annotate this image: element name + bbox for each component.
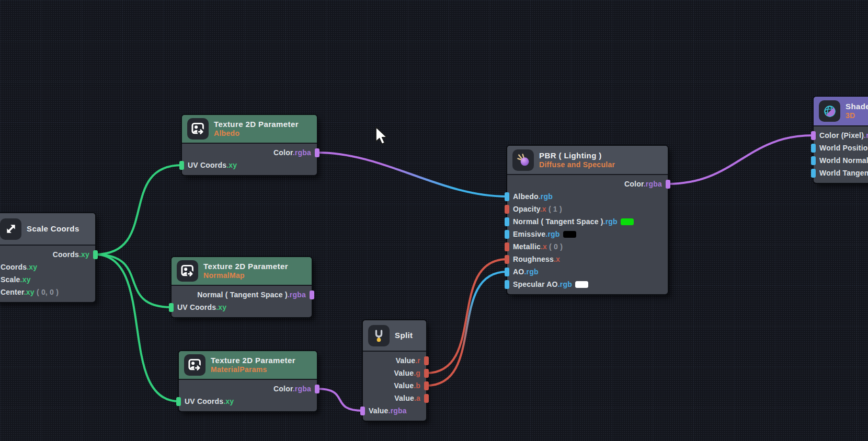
port-row-value: Value.rgba — [363, 404, 426, 417]
wire-pbr-to-shader-3d[interactable] — [668, 135, 814, 184]
node-header-tex-albedo[interactable]: Texture 2D Parameter Albedo — [182, 115, 317, 144]
port-pbr-in-4[interactable] — [505, 230, 509, 239]
wire-split-to-pbr[interactable] — [426, 259, 507, 373]
node-tex-materialparams[interactable]: Texture 2D Parameter MaterialParams Colo… — [179, 351, 317, 411]
port-row-uv-coords: UV Coords.xy — [172, 301, 312, 314]
port-pbr-in-6[interactable] — [505, 255, 509, 264]
node-subtitle: 3D — [846, 111, 868, 120]
port-split-in-4[interactable] — [360, 407, 365, 415]
pbr-sphere-icon — [512, 149, 534, 171]
port-shader-3d-in-3[interactable] — [811, 169, 816, 178]
node-pbr[interactable]: PBR ( Lighting ) Diffuse and Specular Co… — [507, 146, 668, 294]
port-pbr-in-7[interactable] — [505, 268, 509, 276]
node-header-split[interactable]: Split — [363, 320, 426, 352]
port-row-specular-ao: Specular AO.rgb — [507, 278, 668, 291]
port-pbr-in-2[interactable] — [505, 205, 509, 214]
node-subtitle: MaterialParams — [211, 365, 295, 374]
port-shader-3d-in-0[interactable] — [811, 131, 816, 140]
port-shader-3d-in-1[interactable] — [811, 144, 816, 153]
node-tex-normalmap[interactable]: Texture 2D Parameter NormalMap Normal ( … — [172, 257, 312, 317]
graph-canvas[interactable]: Scale Coords Coords.xy Coords.xy Scale.x… — [0, 0, 868, 441]
port-row-emissive: Emissive.rgb — [507, 228, 668, 240]
port-row-value: Value.g — [363, 367, 426, 379]
wire-tex-materialparams-to-split[interactable] — [317, 389, 363, 411]
port-tex-normalmap-out-0[interactable] — [310, 291, 314, 299]
node-header-tex-materialparams[interactable]: Texture 2D Parameter MaterialParams — [179, 351, 317, 380]
node-shader-3d[interactable]: Shader 3D Color (Pixel).rgba World Posit… — [814, 97, 868, 183]
node-header-tex-normalmap[interactable]: Texture 2D Parameter NormalMap — [172, 257, 312, 286]
port-pbr-out-0[interactable] — [666, 180, 670, 189]
port-tex-albedo-out-0[interactable] — [315, 148, 319, 157]
port-pbr-in-1[interactable] — [505, 192, 509, 201]
port-row-ao: AO.rgb — [507, 265, 668, 278]
port-scale-coords-out-0[interactable] — [93, 250, 98, 259]
port-row-coords: Coords.xy — [0, 248, 95, 261]
node-subtitle: NormalMap — [203, 271, 288, 280]
port-row-value: Value.a — [363, 392, 426, 404]
port-row-world-position: World Position.xyz — [814, 142, 868, 154]
color-swatch[interactable] — [563, 231, 576, 238]
port-row-color-pixel-: Color (Pixel).rgba — [814, 129, 868, 142]
wire-layer — [0, 0, 868, 441]
node-header-pbr[interactable]: PBR ( Lighting ) Diffuse and Specular — [507, 146, 668, 175]
default-value: ( 1 ) — [546, 205, 562, 213]
port-tex-albedo-in-1[interactable] — [179, 161, 184, 170]
port-row-value: Value.r — [363, 354, 426, 367]
node-title: Shader — [846, 102, 868, 111]
node-subtitle: Diffuse and Specular — [539, 160, 615, 169]
texture-icon — [187, 118, 209, 140]
mouse-cursor — [375, 126, 389, 146]
node-title: Scale Coords — [27, 224, 79, 234]
node-tex-albedo[interactable]: Texture 2D Parameter Albedo Color.rgba U… — [182, 115, 317, 175]
node-subtitle: Albedo — [214, 129, 299, 138]
port-row-coords: Coords.xy — [0, 261, 95, 273]
port-row-normal-tangent-space-: Normal ( Tangent Space ).rgba — [172, 288, 312, 301]
wire-scale-coords-to-tex-albedo[interactable] — [95, 165, 182, 254]
globe-icon — [819, 100, 840, 122]
port-row-albedo: Albedo.rgb — [507, 190, 668, 203]
port-pbr-in-5[interactable] — [505, 242, 509, 251]
wire-split-to-pbr[interactable] — [426, 272, 507, 386]
wire-scale-coords-to-tex-materialparams[interactable] — [95, 254, 179, 401]
default-value: ( 0 ) — [547, 242, 563, 251]
port-split-out-2[interactable] — [424, 381, 429, 390]
node-title: PBR ( Lighting ) — [539, 151, 615, 160]
wire-tex-albedo-to-pbr[interactable] — [317, 153, 507, 196]
port-row-uv-coords: UV Coords.xy — [179, 395, 317, 408]
node-header-shader-3d[interactable]: Shader 3D — [814, 97, 868, 126]
port-pbr-in-8[interactable] — [505, 280, 509, 289]
node-scale-coords[interactable]: Scale Coords Coords.xy Coords.xy Scale.x… — [0, 213, 95, 302]
split-fork-icon — [368, 325, 390, 346]
port-row-color: Color.rgba — [179, 382, 317, 395]
node-title: Texture 2D Parameter — [203, 262, 288, 271]
port-row-color: Color.rgba — [182, 146, 317, 159]
node-split[interactable]: Split Value.r Value.g Value.b Value.a Va… — [363, 320, 426, 421]
node-title: Texture 2D Parameter — [211, 356, 295, 365]
color-swatch[interactable] — [575, 281, 588, 288]
port-row-uv-coords: UV Coords.xy — [182, 159, 317, 171]
port-row-roughness: Roughness.x — [507, 253, 668, 265]
port-row-center: Center.xy ( 0, 0 ) — [0, 286, 95, 298]
port-row-color: Color.rgba — [507, 178, 668, 190]
port-row-world-tangent: World Tangent.xyz — [814, 167, 868, 179]
port-row-value: Value.b — [363, 379, 426, 392]
texture-icon — [184, 354, 205, 376]
port-tex-materialparams-in-1[interactable] — [176, 397, 181, 406]
default-value: ( 0, 0 ) — [35, 288, 59, 296]
port-row-world-normal: World Normal.xyz — [814, 154, 868, 167]
port-pbr-in-3[interactable] — [505, 217, 509, 226]
port-tex-materialparams-out-0[interactable] — [315, 385, 319, 393]
node-title: Split — [395, 331, 413, 340]
node-header-scale-coords[interactable]: Scale Coords — [0, 213, 95, 246]
port-row-opacity: Opacity.x ( 1 ) — [507, 203, 668, 215]
node-title: Texture 2D Parameter — [214, 120, 299, 129]
port-split-out-1[interactable] — [424, 369, 429, 378]
port-split-out-0[interactable] — [424, 356, 429, 365]
port-split-out-3[interactable] — [424, 394, 429, 403]
port-row-normal-tangent-space-: Normal ( Tangent Space ).rgb — [507, 215, 668, 228]
port-tex-normalmap-in-1[interactable] — [169, 303, 174, 312]
port-row-metallic: Metallic.x ( 0 ) — [507, 240, 668, 253]
port-shader-3d-in-2[interactable] — [811, 156, 816, 165]
color-swatch[interactable] — [621, 218, 634, 225]
scale-arrows-icon — [0, 218, 21, 240]
